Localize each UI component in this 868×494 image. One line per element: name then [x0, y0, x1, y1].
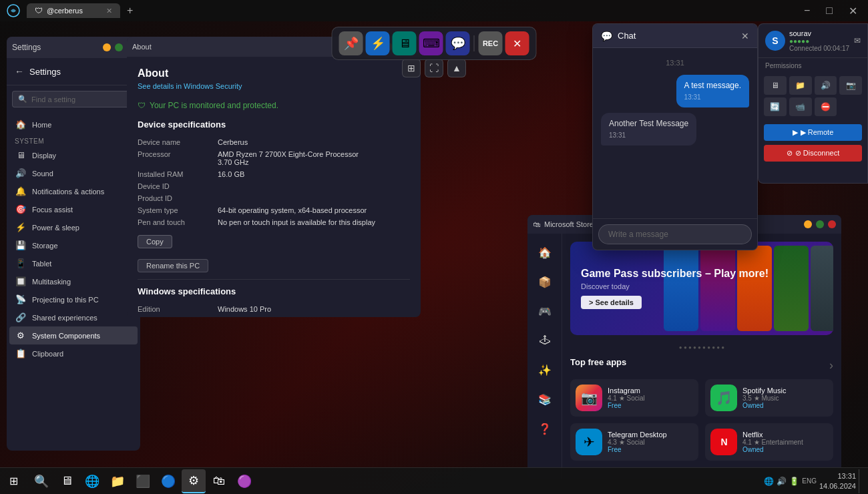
maximize-button[interactable]: □: [821, 3, 838, 18]
sidebar-item-multitasking[interactable]: 🔲 Multitasking: [9, 272, 138, 290]
about-window: About About See details in Windows Secur…: [127, 37, 421, 317]
sidebar-item-power[interactable]: ⚡ Power & sleep: [9, 218, 138, 236]
store-nav-apps[interactable]: 📦: [531, 268, 558, 295]
remote-status: ●●●●●: [789, 37, 849, 45]
lang-indicator: ENG: [802, 477, 817, 485]
settings-maximize[interactable]: [115, 43, 123, 51]
grid-view-button[interactable]: ⊞: [402, 59, 421, 77]
about-security-link[interactable]: See details in Windows Security: [138, 82, 410, 90]
battery-icon[interactable]: 🔋: [789, 477, 799, 486]
tab-close-icon[interactable]: ✕: [106, 7, 112, 15]
sidebar-item-sound[interactable]: 🔊 Sound: [9, 164, 138, 182]
table-row: Version 22H2: [138, 315, 410, 317]
tab-cerberus[interactable]: 🛡 @cerberus ✕: [27, 3, 120, 18]
app-instagram[interactable]: 📷 Instagram 4.1 ★ Social Free: [570, 379, 698, 417]
collapse-button[interactable]: ▲: [447, 59, 466, 77]
chat-input[interactable]: [598, 224, 752, 244]
settings-search-box[interactable]: 🔍 Find a setting: [12, 91, 135, 107]
app-name: Instagram: [608, 387, 693, 395]
sidebar-item-focus[interactable]: 🎯 Focus assist: [9, 200, 138, 218]
record-button[interactable]: REC: [479, 31, 503, 55]
store-nav-gaming[interactable]: 🎮: [531, 298, 558, 324]
store-close[interactable]: [828, 220, 836, 228]
taskbar-explorer[interactable]: 📁: [105, 469, 130, 493]
chat-close-button[interactable]: ✕: [741, 31, 749, 41]
app-name: Telegram Desktop: [608, 431, 693, 439]
minimize-button[interactable]: −: [799, 3, 815, 18]
store-nav-library[interactable]: 📚: [531, 386, 558, 413]
app-spotify[interactable]: 🎵 Spotify Music 3.5 ★ Music Owned: [705, 379, 833, 417]
perm-refresh[interactable]: 🔄: [764, 97, 787, 116]
perm-files[interactable]: 📁: [789, 76, 812, 95]
close-button[interactable]: ✕: [843, 3, 863, 19]
store-hero-banner[interactable]: Game Pass subscribers – Play more! Disco…: [570, 242, 833, 335]
sidebar-item-system-components[interactable]: ⚙ System Components: [9, 326, 138, 344]
spec-label: Installed RAM: [138, 168, 218, 180]
carousel-dots: ● ● ● ● ● ● ● ● ● ●: [570, 344, 833, 350]
perm-block[interactable]: ⛔: [815, 97, 837, 116]
remote-username: sourav: [789, 29, 849, 37]
sidebar-item-storage[interactable]: 💾 Storage: [9, 236, 138, 254]
taskbar: ⊞ 🔍 🖥 🌐 📁 ⬛ 🔵 ⚙ 🛍 🟣 🌐 🔊 🔋 ENG 13:31 14.0…: [0, 467, 868, 494]
store-nav-whatsnew[interactable]: ✨: [531, 356, 558, 383]
taskbar-search[interactable]: 🔍: [29, 469, 53, 493]
display-icon: 🖥: [15, 150, 27, 160]
taskbar-chrome[interactable]: 🔵: [156, 469, 180, 493]
tab-label: @cerberus: [47, 7, 83, 15]
spec-label: System type: [138, 204, 218, 216]
store-maximize[interactable]: [816, 220, 824, 228]
permissions-label: Permissions: [758, 58, 867, 73]
monitor-button[interactable]: 🖥: [393, 31, 417, 55]
close-toolbar-button[interactable]: ✕: [505, 31, 529, 55]
sidebar-item-tablet[interactable]: 📱 Tablet: [9, 254, 138, 272]
start-button[interactable]: ⊞: [0, 468, 27, 495]
copy-button[interactable]: Copy: [138, 235, 172, 248]
store-nav-arcade[interactable]: 🕹: [531, 327, 558, 354]
sidebar-item-display[interactable]: 🖥 Display: [9, 146, 138, 164]
perm-video[interactable]: 📹: [789, 97, 812, 116]
sound-icon: 🔊: [15, 168, 27, 178]
perm-screen[interactable]: 🖥: [764, 76, 787, 95]
settings-minimize[interactable]: [103, 43, 111, 51]
app-netflix[interactable]: N Netflix 4.1 ★ Entertainment Owned: [705, 423, 833, 461]
spec-label: Device name: [138, 136, 218, 148]
add-tab-button[interactable]: +: [122, 3, 138, 18]
sidebar-item-shared[interactable]: 🔗 Shared experiences: [9, 308, 138, 326]
taskbar-settings[interactable]: ⚙: [182, 469, 206, 493]
store-minimize[interactable]: [804, 220, 812, 228]
second-toolbar: ⊞ ⛶ ▲: [402, 59, 466, 77]
sidebar-item-home[interactable]: 🏠 Home: [9, 115, 138, 134]
store-nav-home[interactable]: 🏠: [531, 239, 558, 266]
settings-back-button[interactable]: ←: [15, 66, 24, 77]
fullscreen-button[interactable]: ⛶: [425, 59, 443, 77]
remote-button[interactable]: ▶ ▶ Remote: [764, 124, 862, 141]
hero-button[interactable]: > See details: [581, 296, 642, 309]
sidebar-item-notifications[interactable]: 🔔 Notifications & actions: [9, 182, 138, 200]
taskbar-store[interactable]: 🛍: [207, 469, 231, 493]
app-rating: 3.5 ★ Music: [742, 395, 828, 402]
disconnect-button[interactable]: ⊘ ⊘ Disconnect: [764, 145, 862, 162]
volume-icon[interactable]: 🔊: [777, 477, 787, 486]
taskbar-edge[interactable]: 🌐: [80, 469, 104, 493]
remote-connection: Connected 00:04:17: [789, 45, 849, 52]
pin-button[interactable]: 📌: [339, 31, 363, 55]
network-icon[interactable]: 🌐: [764, 477, 774, 486]
sidebar-item-clipboard[interactable]: 📋 Clipboard: [9, 344, 138, 362]
keyboard-button[interactable]: ⌨: [419, 31, 443, 55]
spec-value: AMD Ryzen 7 2700X Eight-Core Processor3.…: [218, 148, 410, 168]
chat-button[interactable]: 💬: [446, 31, 470, 55]
spotify-icon: 🎵: [710, 385, 737, 411]
taskbar-app2[interactable]: 🟣: [232, 469, 256, 493]
taskbar-clock[interactable]: 13:31 14.06.2024: [819, 471, 856, 491]
app-telegram[interactable]: ✈ Telegram Desktop 4.3 ★ Social Free: [570, 423, 698, 461]
rename-button[interactable]: Rename this PC: [138, 259, 208, 272]
lightning-button[interactable]: ⚡: [366, 31, 390, 55]
sidebar-item-projecting[interactable]: 📡 Projecting to this PC: [9, 290, 138, 308]
app-spotify-info: Spotify Music 3.5 ★ Music Owned: [742, 387, 828, 409]
perm-audio[interactable]: 🔊: [815, 76, 837, 95]
taskbar-taskview[interactable]: 🖥: [55, 469, 79, 493]
perm-camera[interactable]: 📷: [839, 76, 862, 95]
taskbar-terminal[interactable]: ⬛: [131, 469, 155, 493]
store-nav-help[interactable]: ❓: [531, 415, 558, 442]
show-desktop-button[interactable]: [859, 469, 863, 493]
